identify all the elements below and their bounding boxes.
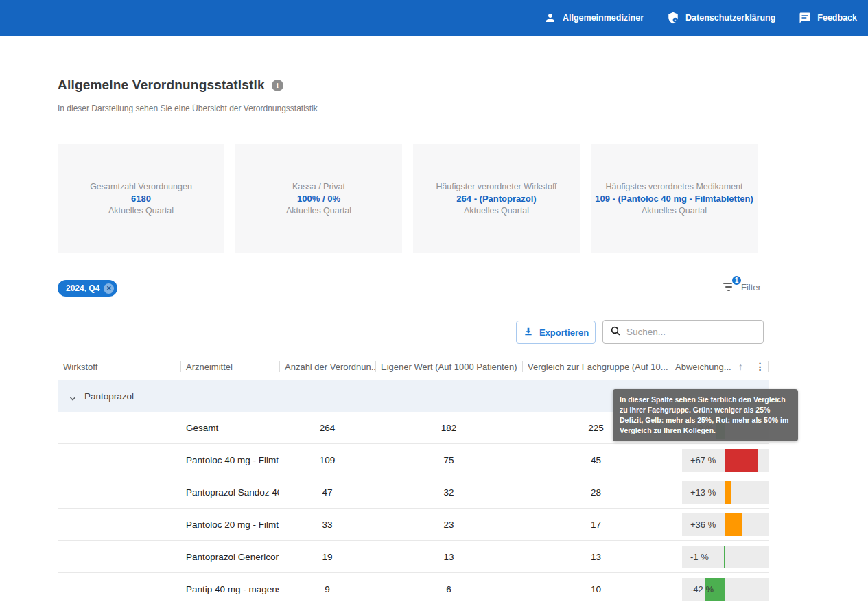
feedback-icon	[799, 12, 811, 24]
privacy-icon	[667, 12, 679, 24]
table-row[interactable]: Pantoloc 40 mg - Filmta 109 75 45 +67 %	[58, 444, 769, 476]
cell-peer-value: 45	[522, 455, 670, 465]
cell-peer-value: 17	[522, 520, 670, 530]
deviation-cell: +36 %	[682, 513, 769, 536]
table-row[interactable]: Pantoprazol Sandoz 40 47 32 28 +13 %	[58, 476, 769, 509]
table-header-row: Wirkstoff Arzneimittel Anzahl der Verord…	[58, 353, 769, 380]
deviation-label: +67 %	[690, 449, 716, 472]
filter-button[interactable]: 1 Filter	[723, 275, 766, 297]
nav-item-label: Allgemeinmediziner	[563, 13, 644, 23]
page: Allgemeinmediziner Datenschutzerklärung …	[0, 0, 868, 604]
column-header-anzahl[interactable]: Anzahl der Verordnun...	[279, 353, 375, 380]
stat-card-top-medication: Häufigstes verordnetes Medikament 109 - …	[591, 144, 758, 253]
deviation-cell: +13 %	[682, 481, 769, 504]
deviation-label: -42 %	[690, 578, 714, 601]
cell-medication: Pantoloc 20 mg - Filmta	[180, 520, 279, 530]
search-icon	[610, 325, 621, 339]
column-header-wirkstoff[interactable]: Wirkstoff	[58, 353, 180, 380]
sort-ascending-icon[interactable]: ↑	[738, 361, 743, 372]
cell-own-value: 23	[375, 520, 522, 530]
deviation-cell: -1 %	[682, 546, 769, 568]
table-row[interactable]: Pantoprazol Genericon 19 13 13 -1 %	[58, 541, 769, 573]
export-button-label: Exportieren	[539, 327, 589, 338]
chevron-down-icon[interactable]	[69, 393, 76, 399]
column-separator	[768, 361, 769, 372]
card-label: Kassa / Privat	[292, 182, 345, 191]
person-icon	[544, 12, 556, 24]
deviation-bar	[725, 513, 742, 536]
table-row[interactable]: Pantoloc 20 mg - Filmta 33 23 17 +36 %	[58, 509, 769, 541]
chip-close-icon[interactable]: ✕	[104, 283, 114, 294]
page-subtitle: In dieser Darstellung sehen Sie eine Übe…	[58, 104, 318, 113]
cell-count: 9	[279, 584, 375, 594]
nav-item-label: Datenschutzerklärung	[685, 13, 775, 23]
column-help-tooltip: In dieser Spalte sehen Sie farblich den …	[613, 389, 798, 441]
cell-peer-value: 10	[522, 584, 670, 594]
deviation-label: -1 %	[690, 546, 709, 568]
top-navigation-bar: Allgemeinmediziner Datenschutzerklärung …	[0, 0, 868, 36]
card-period: Aktuelles Quartal	[286, 206, 351, 216]
deviation-bar	[724, 546, 725, 568]
cell-own-value: 13	[375, 552, 522, 562]
info-icon[interactable]: i	[272, 80, 283, 91]
column-header-abweichung[interactable]: Abweichung... ↑ ⋮	[670, 353, 769, 380]
card-period: Aktuelles Quartal	[464, 206, 529, 216]
deviation-label: +36 %	[690, 513, 716, 536]
cell-count: 109	[279, 455, 375, 465]
table-row[interactable]: Pantip 40 mg - magensa 9 6 10 -42 %	[58, 573, 769, 604]
column-header-eigener-wert[interactable]: Eigener Wert (Auf 1000 Patienten)	[375, 353, 522, 380]
card-period: Aktuelles Quartal	[108, 206, 174, 216]
stat-cards: Gesamtzahl Verordnungen 6180 Aktuelles Q…	[58, 144, 758, 253]
card-value: 264 - (Pantoprazol)	[456, 194, 536, 204]
search-input[interactable]	[626, 327, 756, 337]
nav-item-feedback[interactable]: Feedback	[799, 12, 857, 24]
search-box[interactable]	[602, 320, 764, 344]
filter-chip-label: 2024, Q4	[66, 283, 99, 293]
cell-medication: Pantoprazol Sandoz 40	[180, 487, 279, 498]
cell-peer-value: 28	[522, 487, 670, 498]
deviation-label: +13 %	[690, 481, 716, 504]
cell-count: 33	[279, 520, 375, 530]
cell-count: 47	[279, 487, 375, 498]
cell-medication: Pantip 40 mg - magensa	[180, 584, 279, 594]
group-label: Pantoprazol	[84, 391, 134, 402]
deviation-cell: -42 %	[682, 578, 769, 601]
nav-item-label: Feedback	[817, 13, 857, 23]
cell-own-value: 32	[375, 487, 522, 498]
filter-button-label: Filter	[741, 282, 761, 292]
cell-count: 19	[279, 552, 375, 562]
page-title: Allgemeine Verordnungsstatistik	[58, 78, 265, 93]
card-label: Häufigstes verordnetes Medikament	[605, 182, 742, 191]
card-value: 100% / 0%	[297, 194, 340, 204]
stat-card-top-substance: Häufigster verordneter Wirkstoff 264 - (…	[413, 144, 580, 253]
card-value: 109 - (Pantoloc 40 mg - Filmtabletten)	[595, 194, 753, 204]
cell-count: 264	[279, 423, 375, 433]
stat-card-kassa-privat: Kassa / Privat 100% / 0% Aktuelles Quart…	[235, 144, 402, 253]
cell-own-value: 75	[375, 455, 522, 465]
card-label: Häufigster verordneter Wirkstoff	[436, 182, 556, 191]
column-header-abweichung-label: Abweichung...	[675, 362, 731, 372]
column-header-arzneimittel[interactable]: Arzneimittel	[180, 353, 279, 380]
deviation-bar	[725, 449, 758, 472]
cell-medication: Pantoloc 40 mg - Filmta	[180, 455, 279, 465]
stat-card-total-prescriptions: Gesamtzahl Verordnungen 6180 Aktuelles Q…	[58, 144, 224, 253]
cell-peer-value: 13	[522, 552, 670, 562]
column-menu-icon[interactable]: ⋮	[755, 361, 765, 372]
deviation-cell: +67 %	[682, 449, 769, 472]
download-icon	[523, 326, 534, 339]
card-label: Gesamtzahl Verordnungen	[90, 182, 192, 191]
deviation-bar	[725, 481, 731, 504]
column-header-vergleich[interactable]: Vergleich zur Fachgruppe (Auf 10...	[522, 353, 670, 380]
card-value: 6180	[131, 194, 151, 204]
export-button[interactable]: Exportieren	[516, 321, 596, 344]
cell-medication: Pantoprazol Genericon	[180, 552, 279, 562]
card-period: Aktuelles Quartal	[642, 206, 707, 216]
nav-item-privacy[interactable]: Datenschutzerklärung	[667, 12, 775, 24]
filter-chip-quarter[interactable]: 2024, Q4 ✕	[58, 280, 117, 297]
cell-own-value: 182	[375, 423, 522, 433]
cell-medication: Gesamt	[180, 423, 279, 433]
nav-item-user[interactable]: Allgemeinmediziner	[544, 12, 644, 24]
cell-own-value: 6	[375, 584, 522, 594]
